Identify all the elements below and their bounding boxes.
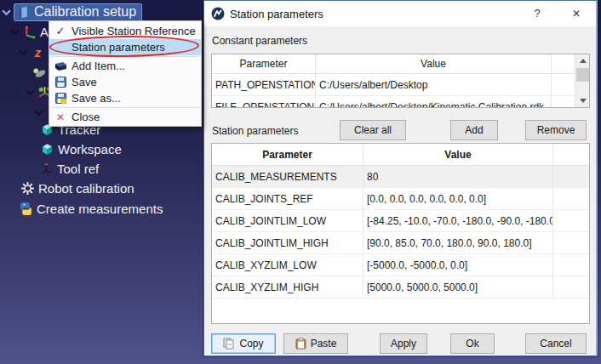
value-cell[interactable]: [5000.0, 5000.0, 5000.0]: [363, 276, 553, 298]
scrollbar-thumb[interactable]: [576, 68, 589, 82]
column-header-parameter[interactable]: Parameter: [212, 144, 363, 165]
paste-icon: [295, 338, 306, 350]
tree-item-calibration-setup[interactable]: Calibration setup: [2, 3, 142, 21]
tree-item-label: Tool ref: [57, 162, 99, 176]
apply-button[interactable]: Apply: [380, 333, 427, 354]
chevron-down-icon[interactable]: [2, 8, 11, 17]
station-parameters-table[interactable]: Parameter Value CALIB_MEASUREMENTS 80 CA…: [211, 143, 590, 324]
vertical-scrollbar[interactable]: [575, 54, 589, 107]
close-red-icon: ✕: [56, 111, 65, 123]
tree-item-label: Workspace: [58, 142, 122, 156]
column-header-parameter[interactable]: Parameter: [212, 54, 316, 73]
tree-item-robot-calibration[interactable]: Robot calibration: [20, 181, 135, 196]
cancel-button[interactable]: Cancel: [525, 333, 587, 354]
parameter-cell[interactable]: CALIB_JOINTLIM_HIGH: [212, 232, 363, 253]
tool-icon: [32, 65, 47, 80]
tree-item-workspace[interactable]: Workspace: [40, 142, 122, 156]
menu-item-station-parameters[interactable]: Station parameters: [49, 39, 201, 55]
robodk-logo-icon: [211, 7, 225, 20]
remove-button[interactable]: Remove: [525, 120, 587, 140]
value-cell[interactable]: 80: [363, 166, 553, 187]
table-row[interactable]: CALIB_XYZLIM_HIGH [5000.0, 5000.0, 5000.…: [212, 276, 589, 299]
checkmark-icon: ✓: [56, 25, 66, 37]
close-button[interactable]: ✕: [562, 1, 591, 26]
python-icon: [19, 202, 33, 216]
parameter-cell[interactable]: CALIB_JOINTLIM_LOW: [212, 210, 363, 231]
table-row[interactable]: CALIB_JOINTS_REF [0.0, 0.0, 0.0, 0.0, 0.…: [212, 188, 589, 210]
menu-item-label: Save: [72, 76, 97, 88]
menu-item-close[interactable]: ✕ Close: [49, 109, 201, 125]
parameter-cell[interactable]: CALIB_MEASUREMENTS: [212, 166, 363, 187]
tree-item-label: Robot calibration: [38, 181, 135, 196]
menu-item-label: Visible Station Reference: [72, 25, 196, 37]
tree-item-label: Create measurements: [37, 202, 163, 216]
menu-item-save[interactable]: Save: [49, 74, 201, 90]
station-icon: [16, 5, 31, 20]
scroll-up-button[interactable]: [575, 54, 590, 67]
constant-parameters-label: Constant parameters: [212, 35, 307, 47]
table-row[interactable]: CALIB_JOINTLIM_HIGH [90.0, 85.0, 70.0, 1…: [212, 232, 589, 254]
menu-item-add-item[interactable]: Add Item...: [49, 58, 201, 74]
parameter-cell[interactable]: CALIB_JOINTS_REF: [212, 188, 363, 209]
menu-item-label: Add Item...: [72, 60, 125, 72]
menu-separator: [51, 107, 199, 108]
chevron-down-icon[interactable]: [19, 48, 28, 57]
value-cell[interactable]: C:/Users/albert/Desktop: [316, 74, 552, 95]
table-row[interactable]: CALIB_JOINTLIM_LOW [-84.25, -10.0, -70.0…: [212, 210, 589, 232]
tree-item-tool-ref[interactable]: Tool ref: [39, 162, 99, 176]
table-header-row: Parameter Value: [212, 54, 589, 74]
table-header-row: Parameter Value: [212, 144, 589, 166]
value-cell[interactable]: [-84.25, -10.0, -70.0, -180.0, -90.0, -1…: [363, 210, 553, 231]
value-cell[interactable]: [0.0, 0.0, 0.0, 0.0, 0.0, 0.0]: [363, 188, 553, 209]
copy-button[interactable]: Copy: [211, 333, 276, 354]
save-as-icon: [55, 93, 66, 104]
station-parameters-dialog: Station parameters ? ✕ Constant paramete…: [203, 0, 598, 356]
constant-parameters-table[interactable]: Parameter Value PATH_OPENSTATION C:/User…: [211, 54, 590, 108]
menu-item-visible-station-reference[interactable]: ✓ Visible Station Reference: [49, 23, 201, 39]
add-button[interactable]: Add: [450, 120, 498, 140]
parameter-cell[interactable]: CALIB_XYZLIM_LOW: [212, 254, 363, 276]
copy-icon: [223, 338, 235, 350]
ok-button[interactable]: Ok: [450, 333, 495, 354]
dialog-title: Station parameters: [230, 8, 323, 20]
robodk-3d-view: Calibration setup A z A M: [0, 0, 601, 364]
clear-all-button[interactable]: Clear all: [340, 120, 406, 140]
tree-item-partial-3[interactable]: [32, 65, 50, 80]
chevron-down-icon[interactable]: [34, 108, 43, 117]
station-parameters-label: Station parameters: [212, 125, 298, 137]
menu-item-save-as[interactable]: Save as...: [49, 90, 201, 106]
table-row[interactable]: PATH_OPENSTATION C:/Users/albert/Desktop: [212, 74, 589, 96]
paste-button[interactable]: Paste: [283, 333, 348, 354]
tree-item-label: Calibration setup: [34, 4, 136, 20]
help-button[interactable]: ?: [523, 1, 552, 26]
parameter-cell[interactable]: PATH_OPENSTATION: [212, 74, 316, 95]
tree-item-partial-1[interactable]: A: [10, 25, 49, 39]
chevron-down-icon[interactable]: [26, 88, 35, 97]
tree-item-create-measurements[interactable]: Create measurements: [19, 202, 163, 216]
copy-button-label: Copy: [239, 338, 263, 350]
value-cell[interactable]: [90.0, 85.0, 70.0, 180.0, 90.0, 180.0]: [363, 232, 553, 253]
context-menu: ✓ Visible Station Reference Station para…: [49, 20, 202, 127]
reference-frame-icon: [22, 25, 37, 39]
table-row[interactable]: CALIB_MEASUREMENTS 80: [212, 166, 589, 188]
chevron-down-icon[interactable]: [10, 27, 20, 37]
value-cell[interactable]: [-5000.0, -5000.0, 0.0]: [363, 254, 553, 276]
table-row[interactable]: CALIB_XYZLIM_LOW [-5000.0, -5000.0, 0.0]: [212, 254, 589, 276]
robot-icon: z: [31, 45, 45, 60]
cube-icon: [40, 142, 54, 156]
table-row[interactable]: FILE_OPENSTATION C:/Users/albert/Desktop…: [212, 96, 589, 108]
menu-item-label: Save as...: [72, 92, 121, 105]
menu-item-label: Station parameters: [72, 41, 165, 54]
parameter-cell[interactable]: FILE_OPENSTATION: [212, 96, 316, 108]
column-header-value[interactable]: Value: [316, 54, 552, 73]
add-item-icon: [54, 60, 67, 71]
menu-separator: [51, 56, 199, 57]
parameter-cell[interactable]: CALIB_XYZLIM_HIGH: [212, 276, 363, 298]
save-icon: [55, 77, 66, 88]
scroll-up-icon: [580, 59, 587, 63]
value-cell[interactable]: C:/Users/albert/Desktop/Kinematic Calibr…: [316, 96, 552, 108]
scroll-down-button[interactable]: [575, 94, 590, 107]
tool-frame-icon: [39, 162, 54, 176]
column-header-value[interactable]: Value: [363, 144, 553, 165]
menu-item-label: Close: [72, 111, 100, 123]
